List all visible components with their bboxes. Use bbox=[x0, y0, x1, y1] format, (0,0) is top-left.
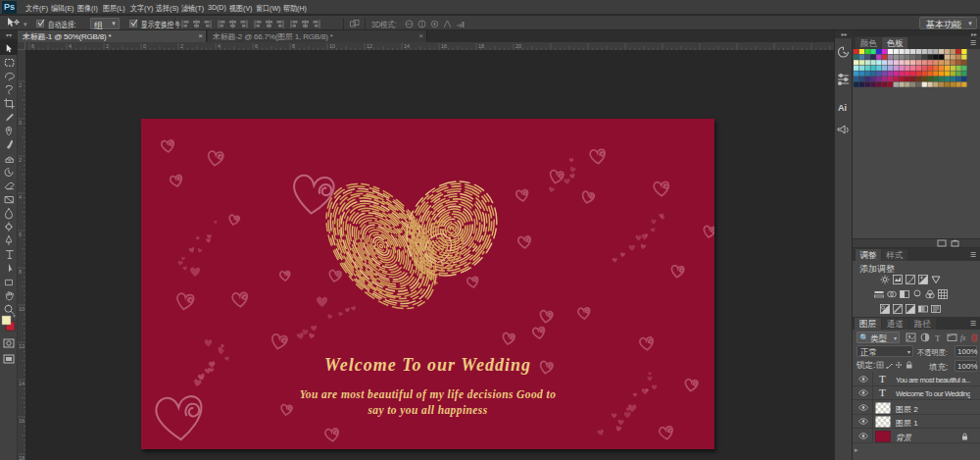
svg-text:10: 10 bbox=[19, 306, 24, 312]
svg-text:16: 16 bbox=[441, 43, 447, 49]
svg-text:14: 14 bbox=[404, 43, 410, 49]
svg-text:12: 12 bbox=[19, 343, 24, 349]
svg-text:14: 14 bbox=[19, 381, 24, 386]
svg-text:2: 2 bbox=[19, 157, 22, 163]
svg-text:T: T bbox=[935, 333, 941, 343]
svg-text:4: 4 bbox=[218, 43, 220, 49]
svg-text:0: 0 bbox=[143, 43, 146, 49]
svg-text:18: 18 bbox=[478, 43, 484, 49]
svg-text:12: 12 bbox=[367, 43, 372, 49]
svg-text:16: 16 bbox=[19, 418, 24, 424]
svg-text:2: 2 bbox=[106, 43, 109, 49]
svg-text:2: 2 bbox=[19, 82, 22, 88]
svg-text:Ai: Ai bbox=[838, 103, 847, 113]
svg-text:10: 10 bbox=[329, 43, 335, 49]
svg-text:4: 4 bbox=[69, 43, 72, 49]
svg-text:8: 8 bbox=[292, 43, 295, 49]
svg-text:6: 6 bbox=[31, 43, 34, 49]
svg-text:6: 6 bbox=[19, 231, 22, 237]
svg-text:0: 0 bbox=[19, 120, 22, 126]
svg-text:fx: fx bbox=[960, 333, 966, 342]
svg-text:8: 8 bbox=[19, 269, 22, 275]
svg-text:4: 4 bbox=[19, 194, 22, 200]
svg-text:2: 2 bbox=[180, 43, 183, 49]
svg-text:20: 20 bbox=[515, 43, 521, 49]
svg-text:18: 18 bbox=[19, 455, 24, 460]
svg-text:6: 6 bbox=[255, 43, 258, 49]
